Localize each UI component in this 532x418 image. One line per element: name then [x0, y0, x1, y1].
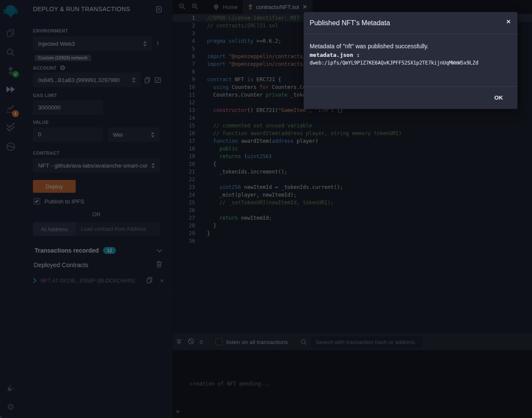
modal-message: Metadata of "nft" was published successf…	[310, 43, 511, 50]
remix-ide-window: ⚙ ✓ 1 DEPLOY & RUN TRANSACTIONS ENVIRONM…	[0, 0, 532, 418]
modal-header: Published NFT's Metadata ×	[304, 12, 517, 34]
metadata-file-label: metadata.json :	[310, 52, 511, 58]
ok-button[interactable]: OK	[488, 92, 509, 103]
modal-title: Published NFT's Metadata	[310, 19, 390, 27]
modal-body: Metadata of "nft" was published successf…	[304, 34, 517, 86]
modal-close-icon[interactable]: ×	[506, 18, 511, 25]
modal-footer: OK	[304, 86, 517, 109]
published-metadata-modal: Published NFT's Metadata × Metadata of "…	[304, 12, 517, 109]
ipfs-url: dweb:/ipfs/QmYL9P1Z7KE6AQvKJPFF52SX1p2TE…	[310, 60, 511, 66]
